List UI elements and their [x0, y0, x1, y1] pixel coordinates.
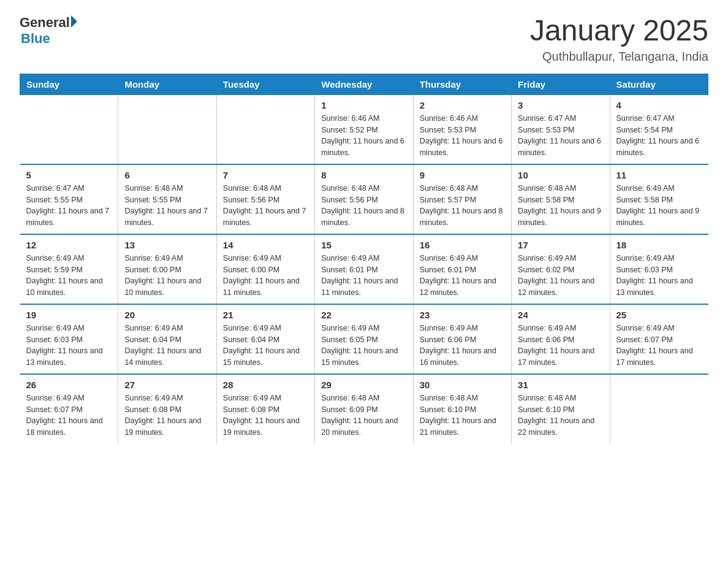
calendar-cell — [118, 94, 216, 164]
header-monday: Monday — [118, 74, 216, 94]
day-number: 1 — [321, 100, 406, 110]
calendar-cell: 7Sunrise: 6:48 AM Sunset: 5:56 PM Daylig… — [216, 164, 314, 234]
calendar-cell: 27Sunrise: 6:49 AM Sunset: 6:08 PM Dayli… — [118, 374, 216, 443]
header-sunday: Sunday — [20, 74, 118, 94]
day-info: Sunrise: 6:49 AM Sunset: 6:02 PM Dayligh… — [518, 253, 603, 299]
calendar-cell: 25Sunrise: 6:49 AM Sunset: 6:07 PM Dayli… — [610, 304, 708, 374]
header-thursday: Thursday — [413, 74, 511, 94]
calendar-cell: 28Sunrise: 6:49 AM Sunset: 6:08 PM Dayli… — [216, 374, 314, 443]
day-info: Sunrise: 6:48 AM Sunset: 6:10 PM Dayligh… — [518, 393, 603, 439]
calendar-cell — [610, 374, 708, 443]
day-info: Sunrise: 6:49 AM Sunset: 6:04 PM Dayligh… — [223, 323, 308, 369]
day-number: 2 — [420, 100, 505, 110]
calendar-cell: 30Sunrise: 6:48 AM Sunset: 6:10 PM Dayli… — [413, 374, 511, 443]
calendar-cell: 18Sunrise: 6:49 AM Sunset: 6:03 PM Dayli… — [610, 234, 708, 304]
calendar-location: Quthbullapur, Telangana, India — [530, 50, 708, 64]
logo-blue: Blue — [21, 31, 77, 47]
calendar-week-5: 26Sunrise: 6:49 AM Sunset: 6:07 PM Dayli… — [20, 374, 708, 443]
day-number: 22 — [321, 310, 406, 320]
calendar-cell: 3Sunrise: 6:47 AM Sunset: 5:53 PM Daylig… — [512, 94, 610, 164]
calendar-cell: 4Sunrise: 6:47 AM Sunset: 5:54 PM Daylig… — [610, 94, 708, 164]
calendar-cell: 20Sunrise: 6:49 AM Sunset: 6:04 PM Dayli… — [118, 304, 216, 374]
calendar-cell: 17Sunrise: 6:49 AM Sunset: 6:02 PM Dayli… — [512, 234, 610, 304]
calendar-cell: 15Sunrise: 6:49 AM Sunset: 6:01 PM Dayli… — [315, 234, 413, 304]
day-info: Sunrise: 6:48 AM Sunset: 5:55 PM Dayligh… — [124, 183, 210, 229]
day-info: Sunrise: 6:49 AM Sunset: 6:01 PM Dayligh… — [321, 253, 406, 299]
calendar-cell: 19Sunrise: 6:49 AM Sunset: 6:03 PM Dayli… — [20, 304, 118, 374]
day-info: Sunrise: 6:49 AM Sunset: 6:00 PM Dayligh… — [223, 253, 308, 299]
day-info: Sunrise: 6:47 AM Sunset: 5:54 PM Dayligh… — [616, 113, 702, 159]
day-number: 7 — [223, 170, 308, 180]
day-info: Sunrise: 6:49 AM Sunset: 5:58 PM Dayligh… — [616, 183, 702, 229]
calendar-cell: 8Sunrise: 6:48 AM Sunset: 5:56 PM Daylig… — [315, 164, 413, 234]
day-info: Sunrise: 6:49 AM Sunset: 5:59 PM Dayligh… — [26, 253, 112, 299]
header-friday: Friday — [512, 74, 610, 94]
day-info: Sunrise: 6:49 AM Sunset: 6:01 PM Dayligh… — [420, 253, 505, 299]
day-info: Sunrise: 6:47 AM Sunset: 5:53 PM Dayligh… — [518, 113, 603, 159]
day-number: 5 — [26, 170, 112, 180]
day-number: 18 — [616, 240, 702, 250]
day-number: 16 — [420, 240, 505, 250]
day-info: Sunrise: 6:48 AM Sunset: 5:58 PM Dayligh… — [518, 183, 603, 229]
day-number: 8 — [321, 170, 406, 180]
day-info: Sunrise: 6:49 AM Sunset: 6:07 PM Dayligh… — [26, 393, 112, 439]
day-info: Sunrise: 6:48 AM Sunset: 5:56 PM Dayligh… — [223, 183, 308, 229]
calendar-cell: 11Sunrise: 6:49 AM Sunset: 5:58 PM Dayli… — [610, 164, 708, 234]
calendar-cell: 9Sunrise: 6:48 AM Sunset: 5:57 PM Daylig… — [413, 164, 511, 234]
day-number: 17 — [518, 240, 603, 250]
calendar-header: Sunday Monday Tuesday Wednesday Thursday… — [20, 74, 708, 94]
logo-general: General — [20, 15, 70, 31]
calendar-title: January 2025 — [530, 15, 708, 47]
calendar-cell: 29Sunrise: 6:48 AM Sunset: 6:09 PM Dayli… — [315, 374, 413, 443]
day-number: 30 — [420, 380, 505, 390]
day-number: 12 — [26, 240, 112, 250]
day-number: 20 — [124, 310, 210, 320]
calendar-week-2: 5Sunrise: 6:47 AM Sunset: 5:55 PM Daylig… — [20, 164, 708, 234]
page-header: General Blue January 2025 Quthbullapur, … — [20, 15, 708, 64]
calendar-cell: 31Sunrise: 6:48 AM Sunset: 6:10 PM Dayli… — [512, 374, 610, 443]
day-number: 27 — [124, 380, 210, 390]
calendar-cell: 1Sunrise: 6:46 AM Sunset: 5:52 PM Daylig… — [315, 94, 413, 164]
calendar-cell: 6Sunrise: 6:48 AM Sunset: 5:55 PM Daylig… — [118, 164, 216, 234]
day-number: 15 — [321, 240, 406, 250]
day-number: 19 — [26, 310, 112, 320]
calendar-cell: 13Sunrise: 6:49 AM Sunset: 6:00 PM Dayli… — [118, 234, 216, 304]
day-info: Sunrise: 6:48 AM Sunset: 5:56 PM Dayligh… — [321, 183, 406, 229]
day-number: 14 — [223, 240, 308, 250]
calendar-cell: 21Sunrise: 6:49 AM Sunset: 6:04 PM Dayli… — [216, 304, 314, 374]
day-number: 23 — [420, 310, 505, 320]
day-info: Sunrise: 6:49 AM Sunset: 6:08 PM Dayligh… — [223, 393, 308, 439]
day-info: Sunrise: 6:49 AM Sunset: 6:03 PM Dayligh… — [616, 253, 702, 299]
day-info: Sunrise: 6:46 AM Sunset: 5:52 PM Dayligh… — [321, 113, 406, 159]
calendar-cell: 22Sunrise: 6:49 AM Sunset: 6:05 PM Dayli… — [315, 304, 413, 374]
calendar-cell: 2Sunrise: 6:46 AM Sunset: 5:53 PM Daylig… — [413, 94, 511, 164]
day-info: Sunrise: 6:49 AM Sunset: 6:04 PM Dayligh… — [124, 323, 210, 369]
day-number: 24 — [518, 310, 603, 320]
day-info: Sunrise: 6:49 AM Sunset: 6:07 PM Dayligh… — [616, 323, 702, 369]
day-number: 4 — [616, 100, 702, 110]
calendar-cell: 5Sunrise: 6:47 AM Sunset: 5:55 PM Daylig… — [20, 164, 118, 234]
calendar-week-4: 19Sunrise: 6:49 AM Sunset: 6:03 PM Dayli… — [20, 304, 708, 374]
calendar-cell: 23Sunrise: 6:49 AM Sunset: 6:06 PM Dayli… — [413, 304, 511, 374]
calendar-cell: 14Sunrise: 6:49 AM Sunset: 6:00 PM Dayli… — [216, 234, 314, 304]
logo: General Blue — [20, 15, 77, 47]
day-info: Sunrise: 6:48 AM Sunset: 6:09 PM Dayligh… — [321, 393, 406, 439]
day-info: Sunrise: 6:49 AM Sunset: 6:08 PM Dayligh… — [124, 393, 210, 439]
calendar-cell: 26Sunrise: 6:49 AM Sunset: 6:07 PM Dayli… — [20, 374, 118, 443]
header-row: Sunday Monday Tuesday Wednesday Thursday… — [20, 74, 708, 94]
calendar-week-1: 1Sunrise: 6:46 AM Sunset: 5:52 PM Daylig… — [20, 94, 708, 164]
logo-arrow-icon — [71, 15, 77, 28]
day-info: Sunrise: 6:49 AM Sunset: 6:06 PM Dayligh… — [518, 323, 603, 369]
day-info: Sunrise: 6:49 AM Sunset: 6:03 PM Dayligh… — [26, 323, 112, 369]
title-block: January 2025 Quthbullapur, Telangana, In… — [530, 15, 708, 64]
day-number: 21 — [223, 310, 308, 320]
calendar-cell: 16Sunrise: 6:49 AM Sunset: 6:01 PM Dayli… — [413, 234, 511, 304]
day-number: 10 — [518, 170, 603, 180]
day-number: 9 — [420, 170, 505, 180]
day-info: Sunrise: 6:47 AM Sunset: 5:55 PM Dayligh… — [26, 183, 112, 229]
calendar-cell: 24Sunrise: 6:49 AM Sunset: 6:06 PM Dayli… — [512, 304, 610, 374]
calendar-cell: 12Sunrise: 6:49 AM Sunset: 5:59 PM Dayli… — [20, 234, 118, 304]
day-number: 31 — [518, 380, 603, 390]
header-saturday: Saturday — [610, 74, 708, 94]
calendar-body: 1Sunrise: 6:46 AM Sunset: 5:52 PM Daylig… — [20, 94, 708, 443]
